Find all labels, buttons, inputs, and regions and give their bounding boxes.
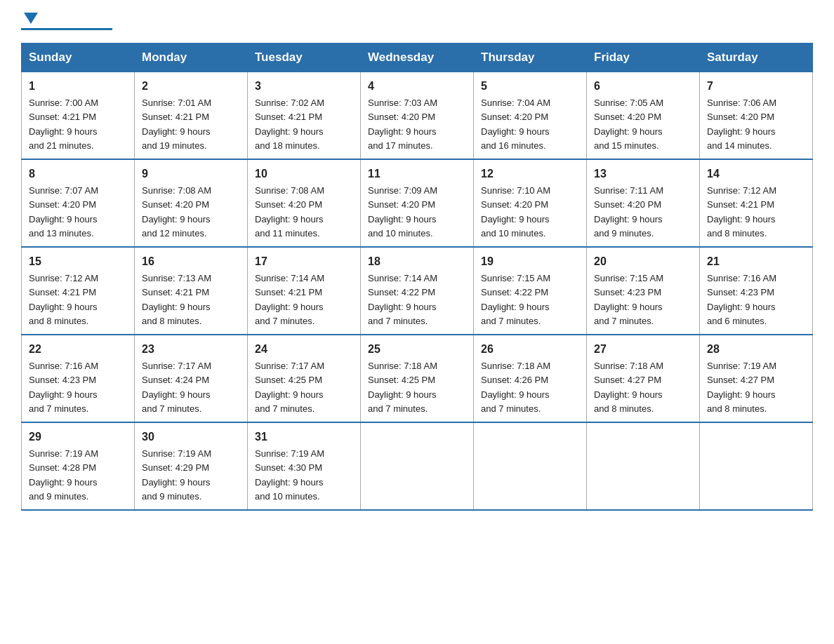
calendar-cell	[587, 422, 700, 510]
day-number: 21	[707, 253, 805, 270]
calendar-cell: 7 Sunrise: 7:06 AMSunset: 4:20 PMDayligh…	[700, 72, 813, 160]
day-info: Sunrise: 7:15 AMSunset: 4:22 PMDaylight:…	[481, 273, 550, 326]
day-info: Sunrise: 7:10 AMSunset: 4:20 PMDaylight:…	[481, 185, 550, 239]
calendar-week-row: 8 Sunrise: 7:07 AMSunset: 4:20 PMDayligh…	[22, 159, 813, 247]
day-number: 12	[481, 166, 579, 182]
calendar-week-row: 29 Sunrise: 7:19 AMSunset: 4:28 PMDaylig…	[22, 422, 813, 510]
calendar-cell: 4 Sunrise: 7:03 AMSunset: 4:20 PMDayligh…	[361, 72, 474, 160]
day-info: Sunrise: 7:00 AMSunset: 4:21 PMDaylight:…	[29, 98, 98, 151]
day-info: Sunrise: 7:12 AMSunset: 4:21 PMDaylight:…	[29, 273, 98, 326]
calendar-cell: 26 Sunrise: 7:18 AMSunset: 4:26 PMDaylig…	[474, 335, 587, 422]
header-monday: Monday	[135, 43, 248, 72]
day-number: 29	[29, 429, 127, 445]
calendar-cell	[474, 422, 587, 510]
day-number: 4	[368, 78, 466, 95]
calendar-cell: 15 Sunrise: 7:12 AMSunset: 4:21 PMDaylig…	[22, 247, 135, 335]
calendar-cell: 3 Sunrise: 7:02 AMSunset: 4:21 PMDayligh…	[248, 72, 361, 160]
calendar-cell	[700, 422, 813, 510]
day-number: 16	[142, 253, 240, 270]
calendar-table: SundayMondayTuesdayWednesdayThursdayFrid…	[21, 43, 813, 511]
day-number: 13	[594, 166, 692, 182]
day-number: 25	[368, 341, 466, 358]
day-number: 5	[481, 78, 579, 95]
header-tuesday: Tuesday	[248, 43, 361, 72]
day-info: Sunrise: 7:19 AMSunset: 4:27 PMDaylight:…	[707, 361, 776, 414]
calendar-cell: 12 Sunrise: 7:10 AMSunset: 4:20 PMDaylig…	[474, 159, 587, 247]
header-sunday: Sunday	[22, 43, 135, 72]
day-info: Sunrise: 7:17 AMSunset: 4:24 PMDaylight:…	[142, 361, 211, 414]
calendar-cell: 25 Sunrise: 7:18 AMSunset: 4:25 PMDaylig…	[361, 335, 474, 422]
day-info: Sunrise: 7:11 AMSunset: 4:20 PMDaylight:…	[594, 185, 663, 239]
day-info: Sunrise: 7:12 AMSunset: 4:21 PMDaylight:…	[707, 185, 776, 239]
day-number: 27	[594, 341, 692, 358]
calendar-cell: 1 Sunrise: 7:00 AMSunset: 4:21 PMDayligh…	[22, 72, 135, 160]
day-info: Sunrise: 7:01 AMSunset: 4:21 PMDaylight:…	[142, 98, 211, 151]
day-info: Sunrise: 7:14 AMSunset: 4:21 PMDaylight:…	[255, 273, 324, 326]
calendar-cell: 31 Sunrise: 7:19 AMSunset: 4:30 PMDaylig…	[248, 422, 361, 510]
day-number: 15	[29, 253, 127, 270]
day-info: Sunrise: 7:18 AMSunset: 4:27 PMDaylight:…	[594, 361, 663, 414]
calendar-cell: 30 Sunrise: 7:19 AMSunset: 4:29 PMDaylig…	[135, 422, 248, 510]
day-number: 2	[142, 78, 240, 95]
calendar-cell: 5 Sunrise: 7:04 AMSunset: 4:20 PMDayligh…	[474, 72, 587, 160]
day-number: 24	[255, 341, 353, 358]
calendar-cell: 28 Sunrise: 7:19 AMSunset: 4:27 PMDaylig…	[700, 335, 813, 422]
day-number: 14	[707, 166, 805, 182]
day-info: Sunrise: 7:02 AMSunset: 4:21 PMDaylight:…	[255, 98, 324, 151]
calendar-cell: 22 Sunrise: 7:16 AMSunset: 4:23 PMDaylig…	[22, 335, 135, 422]
calendar-cell: 6 Sunrise: 7:05 AMSunset: 4:20 PMDayligh…	[587, 72, 700, 160]
day-number: 19	[481, 253, 579, 270]
calendar-cell: 18 Sunrise: 7:14 AMSunset: 4:22 PMDaylig…	[361, 247, 474, 335]
day-number: 3	[255, 78, 353, 95]
calendar-cell: 23 Sunrise: 7:17 AMSunset: 4:24 PMDaylig…	[135, 335, 248, 422]
day-number: 18	[368, 253, 466, 270]
calendar-cell	[361, 422, 474, 510]
day-info: Sunrise: 7:09 AMSunset: 4:20 PMDaylight:…	[368, 185, 437, 239]
day-info: Sunrise: 7:13 AMSunset: 4:21 PMDaylight:…	[142, 273, 211, 326]
page-header	[21, 14, 813, 30]
day-info: Sunrise: 7:15 AMSunset: 4:23 PMDaylight:…	[594, 273, 663, 326]
calendar-cell: 10 Sunrise: 7:08 AMSunset: 4:20 PMDaylig…	[248, 159, 361, 247]
day-number: 31	[255, 429, 353, 445]
day-number: 17	[255, 253, 353, 270]
day-number: 10	[255, 166, 353, 182]
day-info: Sunrise: 7:16 AMSunset: 4:23 PMDaylight:…	[29, 361, 98, 414]
day-number: 6	[594, 78, 692, 95]
header-thursday: Thursday	[474, 43, 587, 72]
calendar-week-row: 15 Sunrise: 7:12 AMSunset: 4:21 PMDaylig…	[22, 247, 813, 335]
calendar-cell: 20 Sunrise: 7:15 AMSunset: 4:23 PMDaylig…	[587, 247, 700, 335]
calendar-week-row: 1 Sunrise: 7:00 AMSunset: 4:21 PMDayligh…	[22, 72, 813, 160]
day-info: Sunrise: 7:06 AMSunset: 4:20 PMDaylight:…	[707, 98, 776, 151]
day-number: 28	[707, 341, 805, 358]
calendar-cell: 2 Sunrise: 7:01 AMSunset: 4:21 PMDayligh…	[135, 72, 248, 160]
day-info: Sunrise: 7:14 AMSunset: 4:22 PMDaylight:…	[368, 273, 437, 326]
day-number: 22	[29, 341, 127, 358]
day-info: Sunrise: 7:18 AMSunset: 4:26 PMDaylight:…	[481, 361, 550, 414]
calendar-cell: 27 Sunrise: 7:18 AMSunset: 4:27 PMDaylig…	[587, 335, 700, 422]
calendar-cell: 11 Sunrise: 7:09 AMSunset: 4:20 PMDaylig…	[361, 159, 474, 247]
day-number: 11	[368, 166, 466, 182]
day-number: 7	[707, 78, 805, 95]
calendar-cell: 9 Sunrise: 7:08 AMSunset: 4:20 PMDayligh…	[135, 159, 248, 247]
calendar-cell: 21 Sunrise: 7:16 AMSunset: 4:23 PMDaylig…	[700, 247, 813, 335]
calendar-cell: 16 Sunrise: 7:13 AMSunset: 4:21 PMDaylig…	[135, 247, 248, 335]
day-number: 1	[29, 78, 127, 95]
day-info: Sunrise: 7:05 AMSunset: 4:20 PMDaylight:…	[594, 98, 663, 151]
day-number: 26	[481, 341, 579, 358]
day-info: Sunrise: 7:08 AMSunset: 4:20 PMDaylight:…	[255, 185, 324, 239]
header-saturday: Saturday	[700, 43, 813, 72]
day-info: Sunrise: 7:18 AMSunset: 4:25 PMDaylight:…	[368, 361, 437, 414]
day-info: Sunrise: 7:08 AMSunset: 4:20 PMDaylight:…	[142, 185, 211, 239]
header-wednesday: Wednesday	[361, 43, 474, 72]
logo	[21, 14, 112, 30]
calendar-week-row: 22 Sunrise: 7:16 AMSunset: 4:23 PMDaylig…	[22, 335, 813, 422]
calendar-cell: 13 Sunrise: 7:11 AMSunset: 4:20 PMDaylig…	[587, 159, 700, 247]
calendar-header-row: SundayMondayTuesdayWednesdayThursdayFrid…	[22, 43, 813, 72]
day-number: 30	[142, 429, 240, 445]
day-info: Sunrise: 7:04 AMSunset: 4:20 PMDaylight:…	[481, 98, 550, 151]
day-number: 9	[142, 166, 240, 182]
calendar-cell: 14 Sunrise: 7:12 AMSunset: 4:21 PMDaylig…	[700, 159, 813, 247]
calendar-cell: 29 Sunrise: 7:19 AMSunset: 4:28 PMDaylig…	[22, 422, 135, 510]
day-number: 23	[142, 341, 240, 358]
calendar-cell: 19 Sunrise: 7:15 AMSunset: 4:22 PMDaylig…	[474, 247, 587, 335]
